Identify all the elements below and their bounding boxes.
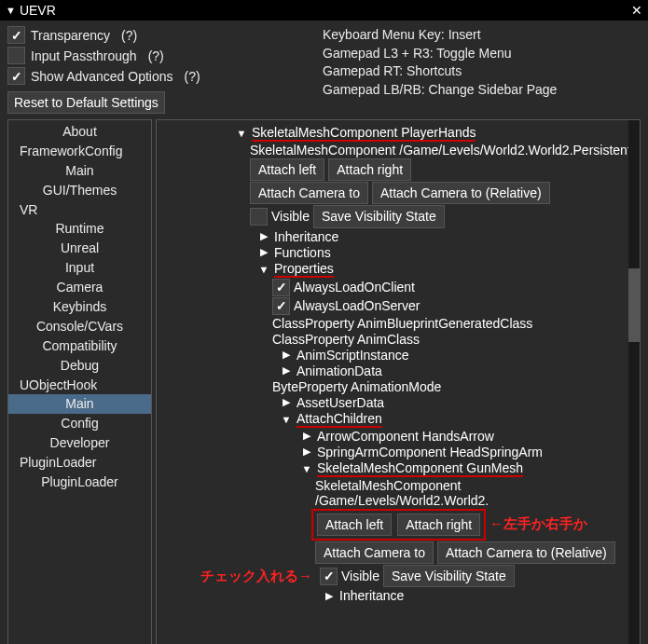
titlebar-arrow[interactable]: ▼ [6,5,16,16]
expand-arrow[interactable]: ▶ [257,230,270,242]
sidebar-item-debug[interactable]: Debug [8,356,151,376]
gun-visible-checkbox[interactable] [320,568,338,585]
hint-keyboard: Keyboard Menu Key: Insert [323,26,641,45]
tree-asset-user[interactable]: AssetUserData [296,395,384,410]
tree-anim-data[interactable]: AnimationData [296,363,382,378]
sidebar-item-pluginloader[interactable]: PluginLoader [8,453,151,473]
sidebar-item-console-cvars[interactable]: Console/CVars [8,317,151,336]
hint-gamepad-lbrb: Gamepad LB/RB: Change Sidebar Page [323,81,641,100]
tree-header-playerhands[interactable]: SkeletalMeshComponent PlayerHands [252,125,476,142]
annotation-lr: ←左手か右手か [489,515,587,533]
scrollbar-thumb[interactable] [628,268,640,342]
always-client-label: AlwaysLoadOnClient [294,280,415,295]
attach-camera-rel-button[interactable]: Attach Camera to (Relative) [372,182,550,204]
attach-left-button[interactable]: Attach left [250,158,324,181]
tree-properties[interactable]: Properties [274,261,334,278]
expand-arrow[interactable]: ▶ [300,430,313,442]
always-server-label: AlwaysLoadOnServer [294,298,420,313]
gun-attach-left-button[interactable]: Attach left [317,514,392,536]
sidebar: About FrameworkConfig Main GUI/Themes VR… [7,119,152,644]
annotation-check: チェック入れる→ [156,568,312,585]
gun-attach-camera-rel-button[interactable]: Attach Camera to (Relative) [437,541,615,564]
gun-attach-right-button[interactable]: Attach right [397,514,480,536]
sidebar-item-vr[interactable]: VR [8,200,151,220]
sidebar-item-pluginloader-2[interactable]: PluginLoader [8,473,151,492]
tree-inheritance[interactable]: Inheritance [274,229,338,244]
input-passthrough-checkbox[interactable] [7,47,25,64]
expand-arrow[interactable]: ▶ [300,445,313,458]
prop-byte-anim: ByteProperty AnimationMode [272,379,441,394]
expand-arrow[interactable]: ▶ [257,246,270,258]
sidebar-item-main-2[interactable]: Main [8,394,151,414]
sidebar-item-unreal[interactable]: Unreal [8,239,151,258]
sidebar-item-config[interactable]: Config [8,414,151,433]
sidebar-item-main[interactable]: Main [8,161,151,181]
always-server-checkbox[interactable] [272,297,290,315]
always-client-checkbox[interactable] [272,279,290,296]
sidebar-item-camera[interactable]: Camera [8,278,151,297]
sidebar-item-keybinds[interactable]: Keybinds [8,297,151,317]
sidebar-item-about[interactable]: About [8,122,151,142]
prop-class-anim: ClassProperty AnimClass [272,332,420,347]
help-icon[interactable]: (?) [121,28,137,43]
show-advanced-label: Show Advanced Options [31,69,173,84]
close-icon[interactable]: ✕ [631,3,642,18]
sidebar-item-developer[interactable]: Developer [8,433,151,453]
tree-arrow-comp[interactable]: ArrowComponent HandsArrow [317,429,494,444]
tree-gun-mesh[interactable]: SkeletalMeshComponent GunMesh [317,460,523,477]
tree-functions[interactable]: Functions [274,245,331,260]
hint-gamepad-l3r3: Gamepad L3 + R3: Toggle Menu [323,45,641,63]
sidebar-item-uobjecthook[interactable]: UObjectHook [8,376,151,395]
gun-attach-camera-button[interactable]: Attach Camera to [315,541,434,564]
annotation-box: Attach left Attach right [311,509,486,541]
sidebar-item-frameworkconfig[interactable]: FrameworkConfig [8,142,151,161]
gun-save-visibility-button[interactable]: Save Visibility State [383,565,515,587]
tree-spring-arm[interactable]: SpringArmComponent HeadSpringArm [317,445,543,459]
expand-arrow[interactable]: ▼ [300,463,313,474]
transparency-checkbox[interactable] [7,26,25,44]
sidebar-item-gui-themes[interactable]: GUI/Themes [8,181,151,200]
prop-class-anim-bp: ClassProperty AnimBlueprintGeneratedClas… [272,316,532,331]
save-visibility-button[interactable]: Save Visibility State [313,205,445,227]
expand-arrow[interactable]: ▶ [280,396,293,408]
input-passthrough-label: Input Passthrough [31,48,137,63]
reset-button[interactable]: Reset to Default Settings [7,91,165,114]
expand-arrow[interactable]: ▼ [235,128,248,139]
visible-checkbox[interactable] [250,208,268,226]
expand-arrow[interactable]: ▼ [257,264,270,275]
tree-attach-children[interactable]: AttachChildren [296,411,382,428]
gun-tree-inheritance[interactable]: Inheritance [339,588,404,603]
sidebar-item-runtime[interactable]: Runtime [8,219,151,239]
help-icon[interactable]: (?) [185,69,200,84]
expand-arrow[interactable]: ▶ [323,590,336,602]
help-icon[interactable]: (?) [148,48,164,63]
visible-label: Visible [271,209,310,224]
path-label: SkeletalMeshComponent /Game/Levels/World… [250,143,631,158]
content-panel: ▼ SkeletalMeshComponent PlayerHands Skel… [156,119,641,644]
window-title: UEVR [20,3,631,18]
attach-camera-button[interactable]: Attach Camera to [250,182,368,204]
expand-arrow[interactable]: ▼ [280,414,293,425]
gun-path: SkeletalMeshComponent /Game/Levels/World… [315,478,634,508]
gun-visible-label: Visible [341,569,379,583]
scrollbar-track[interactable] [628,120,640,644]
expand-arrow[interactable]: ▶ [280,364,293,377]
sidebar-item-compatibility[interactable]: Compatibility [8,336,151,356]
sidebar-item-input[interactable]: Input [8,258,151,278]
hint-gamepad-rt: Gamepad RT: Shortcuts [323,62,641,81]
attach-right-button[interactable]: Attach right [328,158,411,181]
expand-arrow[interactable]: ▶ [280,349,293,361]
show-advanced-checkbox[interactable] [7,67,25,85]
transparency-label: Transparency [31,28,110,43]
tree-anim-script[interactable]: AnimScriptInstance [296,348,409,363]
